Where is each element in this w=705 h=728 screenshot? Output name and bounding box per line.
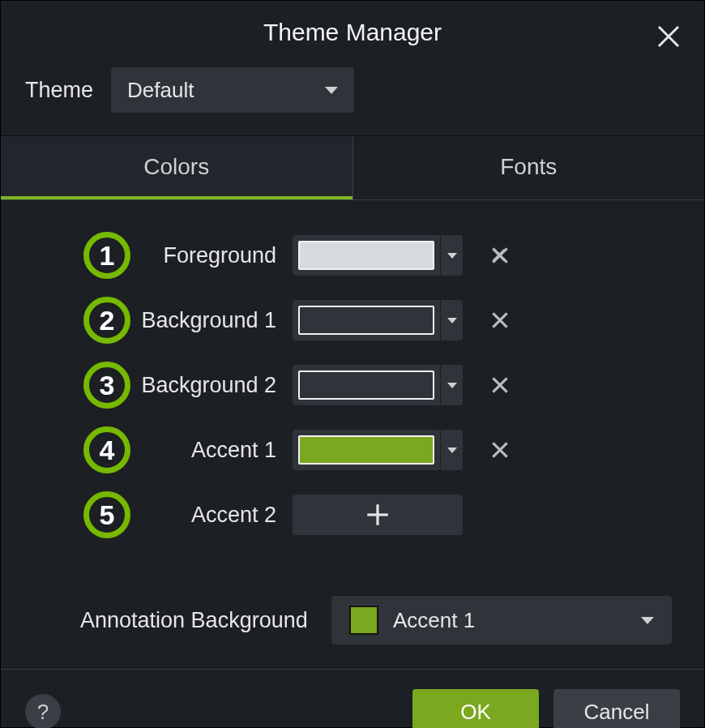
theme-select[interactable]: Default	[111, 67, 354, 113]
cancel-button[interactable]: Cancel	[553, 689, 680, 728]
row-number-badge: 4	[83, 426, 130, 473]
remove-icon	[489, 245, 511, 266]
tab-bar: Colors Fonts	[1, 135, 704, 200]
dialog-footer: ? OK Cancel	[1, 670, 704, 728]
close-button[interactable]	[656, 24, 682, 49]
chevron-down-icon	[447, 383, 457, 388]
annotation-swatch	[349, 606, 378, 635]
remove-icon	[489, 439, 511, 460]
swatch-dropdown-button[interactable]	[440, 300, 463, 340]
color-label: Accent 2	[130, 503, 293, 528]
color-swatch-picker[interactable]	[293, 430, 463, 470]
color-label: Foreground	[130, 243, 293, 268]
color-label: Accent 1	[130, 438, 293, 463]
annotation-background-row: Annotation Background Accent 1	[1, 575, 704, 670]
annotation-background-label: Annotation Background	[80, 608, 331, 633]
chevron-down-icon	[447, 448, 457, 453]
chevron-down-icon	[447, 253, 457, 259]
color-label: Background 2	[130, 373, 293, 398]
tab-fonts-label: Fonts	[500, 154, 557, 179]
cancel-button-label: Cancel	[584, 700, 650, 725]
theme-manager-dialog: Theme Manager Theme Default Colors Fonts…	[0, 0, 705, 728]
tab-colors-label: Colors	[143, 154, 209, 179]
help-button[interactable]: ?	[25, 694, 61, 728]
chevron-down-icon	[641, 617, 654, 624]
remove-color-button[interactable]	[487, 242, 513, 268]
color-swatch-picker[interactable]	[293, 300, 463, 340]
swatch-dropdown-button[interactable]	[440, 365, 463, 405]
color-swatch	[298, 435, 434, 465]
tab-colors[interactable]: Colors	[1, 136, 352, 199]
dialog-title: Theme Manager	[263, 19, 442, 46]
remove-color-button[interactable]	[487, 372, 513, 398]
ok-button[interactable]: OK	[412, 689, 539, 728]
help-icon: ?	[37, 700, 49, 725]
remove-color-button[interactable]	[487, 437, 513, 463]
plus-icon	[364, 501, 391, 529]
swatch-dropdown-button[interactable]	[440, 430, 463, 470]
row-number-badge: 1	[83, 232, 130, 279]
color-swatch	[298, 306, 434, 335]
theme-select-value: Default	[127, 78, 194, 103]
close-icon	[656, 24, 682, 49]
chevron-down-icon	[447, 318, 457, 323]
color-row-accent-2: 5 Accent 2	[17, 482, 688, 547]
color-row-background-2: 3 Background 2	[17, 353, 688, 418]
ok-button-label: OK	[460, 700, 491, 725]
color-swatch-picker[interactable]	[293, 365, 463, 405]
swatch-dropdown-button[interactable]	[440, 235, 463, 276]
remove-color-button[interactable]	[487, 307, 513, 333]
color-swatch-picker[interactable]	[293, 235, 463, 276]
chevron-down-icon	[325, 87, 338, 94]
add-color-button[interactable]	[293, 495, 463, 535]
remove-icon	[489, 375, 511, 396]
dialog-titlebar: Theme Manager	[1, 1, 704, 67]
theme-row: Theme Default	[1, 67, 704, 135]
color-row-background-1: 2 Background 1	[17, 288, 688, 353]
tab-fonts[interactable]: Fonts	[353, 136, 705, 199]
colors-panel: 1 Foreground 2 Background 1	[1, 200, 704, 563]
theme-label: Theme	[25, 78, 93, 103]
color-swatch	[298, 241, 434, 270]
annotation-background-select[interactable]: Accent 1	[331, 596, 672, 644]
row-number-badge: 2	[83, 297, 130, 344]
row-number-badge: 5	[83, 491, 130, 538]
remove-icon	[489, 310, 511, 331]
color-row-foreground: 1 Foreground	[17, 223, 688, 288]
annotation-select-value: Accent 1	[393, 608, 626, 633]
row-number-badge: 3	[83, 362, 130, 409]
color-row-accent-1: 4 Accent 1	[17, 418, 688, 482]
color-swatch	[298, 370, 434, 400]
color-label: Background 1	[130, 308, 293, 333]
